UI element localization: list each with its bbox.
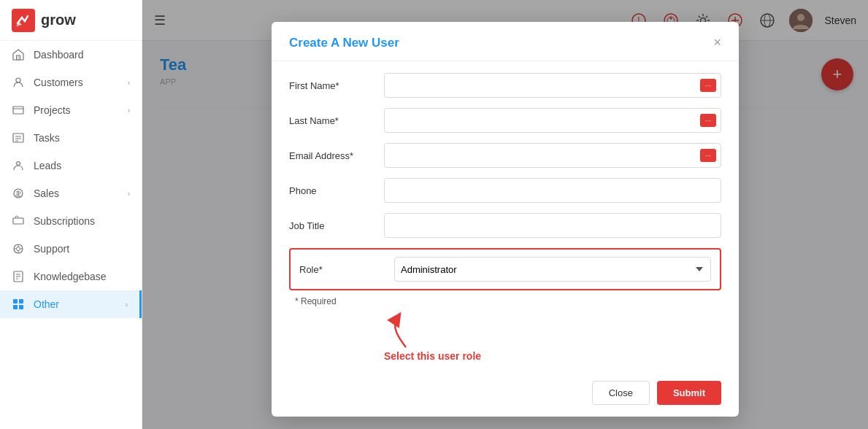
sidebar-item-other[interactable]: Other › bbox=[0, 290, 142, 318]
last-name-input[interactable] bbox=[391, 109, 715, 132]
projects-icon bbox=[12, 104, 25, 117]
svg-rect-22 bbox=[13, 299, 18, 304]
modal-close-button[interactable]: × bbox=[713, 35, 721, 50]
sidebar-item-knowledgebase[interactable]: Knowledgebase bbox=[0, 263, 142, 290]
svg-point-13 bbox=[17, 247, 20, 251]
sidebar-item-support-label: Support bbox=[34, 243, 130, 255]
home-icon bbox=[12, 48, 25, 61]
modal-title: Create A New User bbox=[289, 36, 399, 50]
email-row: Email Address* ··· bbox=[289, 143, 721, 168]
role-row: Role* Administrator bbox=[289, 248, 721, 290]
sidebar: grow Dashboard Customers › Projects › bbox=[0, 0, 142, 429]
logo-text: grow bbox=[41, 12, 76, 28]
svg-rect-24 bbox=[13, 305, 18, 309]
create-user-modal: Create A New User × First Name* ··· Last… bbox=[272, 22, 739, 417]
sidebar-item-customers-label: Customers bbox=[34, 77, 119, 88]
sidebar-item-dashboard-label: Dashboard bbox=[34, 49, 130, 61]
sidebar-item-subscriptions[interactable]: Subscriptions bbox=[0, 207, 142, 235]
sidebar-item-support[interactable]: Support bbox=[0, 235, 142, 263]
other-icon bbox=[12, 298, 25, 311]
sidebar-item-subscriptions-label: Subscriptions bbox=[34, 215, 130, 227]
sidebar-item-sales[interactable]: Sales › bbox=[0, 179, 142, 207]
leads-icon bbox=[12, 159, 25, 172]
tasks-icon bbox=[12, 131, 25, 144]
first-name-icon: ··· bbox=[700, 79, 716, 92]
job-title-row: Job Title bbox=[289, 213, 721, 238]
modal-footer: Close Submit bbox=[272, 374, 739, 417]
sidebar-item-tasks[interactable]: Tasks bbox=[0, 124, 142, 152]
knowledgebase-icon bbox=[12, 270, 25, 283]
svg-rect-4 bbox=[13, 107, 23, 114]
chevron-right-icon2: › bbox=[128, 107, 130, 115]
sidebar-item-dashboard[interactable]: Dashboard bbox=[0, 41, 142, 69]
last-name-icon: ··· bbox=[700, 114, 716, 127]
svg-rect-11 bbox=[13, 218, 23, 224]
sidebar-item-other-label: Other bbox=[34, 298, 117, 310]
sidebar-item-customers[interactable]: Customers › bbox=[0, 69, 142, 96]
email-label: Email Address* bbox=[289, 150, 384, 161]
email-input[interactable] bbox=[391, 144, 715, 167]
grow-logo-icon bbox=[12, 9, 35, 32]
submit-button[interactable]: Submit bbox=[657, 381, 721, 405]
svg-point-3 bbox=[16, 78, 20, 82]
svg-rect-25 bbox=[19, 305, 23, 309]
chevron-right-icon4: › bbox=[126, 301, 128, 309]
chevron-right-icon: › bbox=[128, 79, 130, 87]
sidebar-item-leads[interactable]: Leads bbox=[0, 152, 142, 179]
main-content: ☰ ! Steven Tea bbox=[142, 0, 868, 429]
email-icon: ··· bbox=[700, 149, 716, 162]
subscriptions-icon bbox=[12, 214, 25, 228]
chevron-right-icon3: › bbox=[128, 190, 130, 198]
svg-rect-2 bbox=[17, 55, 20, 60]
first-name-input[interactable] bbox=[391, 74, 715, 97]
svg-point-9 bbox=[17, 162, 20, 166]
customers-icon bbox=[12, 76, 25, 89]
sidebar-item-knowledgebase-label: Knowledgebase bbox=[34, 271, 130, 282]
annotation-label: Select this user role bbox=[384, 350, 481, 362]
phone-row: Phone bbox=[289, 178, 721, 203]
logo-area: grow bbox=[0, 0, 142, 41]
annotation-area: Select this user role bbox=[289, 312, 721, 362]
last-name-label: Last Name* bbox=[289, 115, 384, 126]
sales-icon bbox=[12, 187, 25, 200]
modal-overlay: Create A New User × First Name* ··· Last… bbox=[142, 0, 868, 429]
job-title-input[interactable] bbox=[391, 214, 715, 237]
role-label: Role* bbox=[299, 264, 394, 275]
sidebar-item-sales-label: Sales bbox=[34, 188, 119, 199]
sidebar-item-projects[interactable]: Projects › bbox=[0, 96, 142, 124]
first-name-label: First Name* bbox=[289, 80, 384, 91]
first-name-row: First Name* ··· bbox=[289, 73, 721, 98]
job-title-label: Job Title bbox=[289, 220, 384, 231]
support-icon bbox=[12, 242, 25, 255]
sidebar-nav: Dashboard Customers › Projects › Tasks bbox=[0, 41, 142, 429]
sidebar-item-projects-label: Projects bbox=[34, 104, 119, 116]
last-name-row: Last Name* ··· bbox=[289, 108, 721, 133]
role-select[interactable]: Administrator bbox=[394, 257, 711, 282]
sidebar-item-leads-label: Leads bbox=[34, 160, 130, 171]
close-button[interactable]: Close bbox=[592, 381, 650, 405]
modal-header: Create A New User × bbox=[272, 22, 739, 61]
phone-label: Phone bbox=[289, 185, 384, 196]
svg-rect-23 bbox=[19, 299, 23, 304]
modal-body: First Name* ··· Last Name* ··· E bbox=[272, 61, 739, 374]
sidebar-item-tasks-label: Tasks bbox=[34, 132, 130, 144]
required-text: * Required bbox=[289, 296, 721, 306]
phone-input[interactable] bbox=[391, 179, 715, 202]
annotation-arrow-svg bbox=[384, 312, 428, 349]
